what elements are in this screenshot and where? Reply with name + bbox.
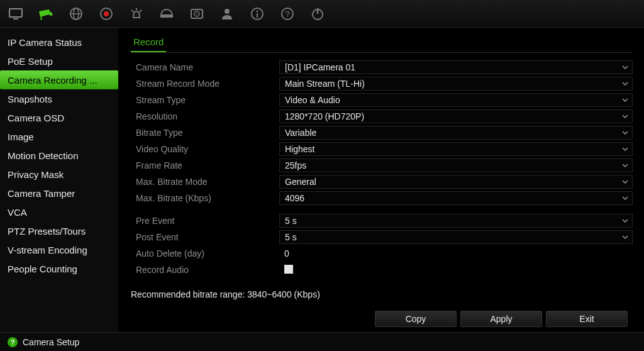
sidebar-item-vstream-encoding[interactable]: V-stream Encoding	[0, 240, 118, 259]
svg-rect-11	[160, 15, 173, 18]
value-frame-rate: 25fps	[285, 160, 306, 170]
label-frame-rate: Frame Rate	[131, 160, 279, 170]
chevron-down-icon	[622, 146, 628, 152]
sidebar-item-people-counting[interactable]: People Counting	[0, 259, 118, 278]
select-post-event[interactable]: 5 s	[279, 230, 633, 244]
tab-record[interactable]: Record	[131, 34, 166, 52]
chevron-down-icon	[622, 195, 628, 201]
value-max-bitrate-mode: General	[285, 177, 316, 187]
select-video-quality[interactable]: Highest	[279, 142, 633, 156]
label-stream-record-mode: Stream Record Mode	[131, 79, 279, 89]
toolbar-dome[interactable]	[155, 3, 179, 25]
sidebar-item-motion-detection[interactable]: Motion Detection	[0, 146, 118, 165]
sidebar-item-vca[interactable]: VCA	[0, 203, 118, 221]
label-record-audio: Record Audio	[131, 265, 279, 275]
record-form: Camera Name [D1] IPCamera 01 Stream Reco…	[131, 59, 633, 278]
label-resolution: Resolution	[131, 111, 279, 121]
info-icon	[249, 6, 265, 21]
toolbar-disc[interactable]	[64, 3, 88, 25]
sidebar-item-camera-tamper[interactable]: Camera Tamper	[0, 184, 118, 203]
alarm-icon	[128, 6, 145, 21]
help-icon: ?	[279, 6, 296, 21]
sidebar-item-snapshots[interactable]: Snapshots	[0, 89, 118, 108]
label-video-quality: Video Quality	[131, 144, 279, 154]
sidebar: IP Camera Status PoE Setup Camera Record…	[0, 28, 118, 332]
value-post-event: 5 s	[285, 232, 297, 242]
monitor-icon	[8, 6, 24, 21]
toolbar-info[interactable]	[245, 3, 269, 25]
record-icon	[98, 6, 114, 21]
select-bitrate-type[interactable]: Variable	[279, 126, 633, 140]
toolbar-power[interactable]	[306, 3, 330, 25]
chevron-down-icon	[622, 179, 628, 185]
toolbar-camera[interactable]	[34, 3, 58, 25]
toolbar-alarm[interactable]	[125, 3, 148, 25]
label-pre-event: Pre Event	[131, 216, 279, 226]
sidebar-item-ptz-presets[interactable]: PTZ Presets/Tours	[0, 221, 118, 240]
label-max-bitrate-mode: Max. Bitrate Mode	[131, 177, 279, 187]
recommended-bitrate-text: Recommended bitrate range: 3840~6400 (Kb…	[131, 289, 633, 299]
sidebar-item-privacy-mask[interactable]: Privacy Mask	[0, 165, 118, 184]
select-max-bitrate-kbps[interactable]: 4096	[279, 191, 633, 205]
content-panel: Record Camera Name [D1] IPCamera 01 Stre…	[118, 28, 644, 332]
svg-text:?: ?	[285, 9, 289, 19]
svg-rect-0	[9, 9, 22, 17]
hdd-icon	[189, 6, 205, 21]
label-auto-delete: Auto Delete (day)	[131, 248, 279, 259]
camera-icon	[38, 6, 54, 21]
tab-bar: Record	[131, 34, 633, 53]
toolbar-user[interactable]	[215, 3, 239, 25]
label-bitrate-type: Bitrate Type	[131, 128, 279, 138]
chevron-down-icon	[622, 162, 628, 169]
label-max-bitrate-kbps: Max. Bitrate (Kbps)	[131, 193, 279, 203]
svg-point-15	[225, 9, 230, 14]
svg-point-14	[196, 13, 197, 14]
power-icon	[309, 6, 326, 21]
svg-rect-1	[13, 18, 18, 20]
select-stream-record-mode[interactable]: Main Stream (TL-Hi)	[279, 77, 633, 91]
select-camera-name[interactable]: [D1] IPCamera 01	[279, 60, 633, 74]
value-max-bitrate-kbps: 4096	[285, 193, 304, 203]
value-auto-delete[interactable]: 0	[279, 248, 633, 259]
copy-button[interactable]: Copy	[375, 311, 457, 327]
toolbar-help[interactable]: ?	[275, 3, 299, 25]
checkbox-record-audio[interactable]	[284, 265, 293, 274]
value-resolution: 1280*720 (HD720P)	[285, 111, 364, 121]
svg-line-9	[140, 10, 142, 12]
select-pre-event[interactable]: 5 s	[279, 214, 633, 228]
label-stream-type: Stream Type	[131, 95, 279, 105]
svg-rect-2	[40, 16, 42, 20]
value-stream-record-mode: Main Stream (TL-Hi)	[285, 79, 365, 89]
svg-point-17	[257, 10, 258, 12]
select-resolution[interactable]: 1280*720 (HD720P)	[279, 109, 633, 123]
select-max-bitrate-mode[interactable]: General	[279, 175, 633, 189]
top-toolbar: ?	[0, 0, 644, 28]
select-frame-rate[interactable]: 25fps	[279, 159, 633, 172]
sidebar-item-ip-camera-status[interactable]: IP Camera Status	[0, 33, 118, 52]
dome-icon	[158, 6, 175, 21]
button-bar: Copy Apply Exit	[375, 311, 628, 327]
svg-line-8	[131, 10, 133, 12]
toolbar-monitor[interactable]	[4, 3, 28, 25]
value-stream-type: Video & Audio	[285, 95, 340, 105]
exit-button[interactable]: Exit	[546, 311, 628, 327]
sidebar-item-image[interactable]: Image	[0, 127, 118, 146]
user-icon	[219, 6, 235, 21]
toolbar-record[interactable]	[94, 3, 118, 25]
apply-button[interactable]: Apply	[460, 311, 542, 327]
chevron-down-icon	[622, 130, 628, 136]
network-icon	[68, 6, 84, 21]
sidebar-item-camera-osd[interactable]: Camera OSD	[0, 108, 118, 127]
chevron-down-icon	[622, 218, 628, 224]
toolbar-hdd[interactable]	[185, 3, 209, 25]
value-bitrate-type: Variable	[285, 128, 316, 138]
chevron-down-icon	[622, 81, 628, 87]
label-post-event: Post Event	[131, 232, 279, 242]
svg-rect-18	[257, 13, 258, 18]
value-video-quality: Highest	[285, 144, 314, 154]
help-status-icon[interactable]: ?	[8, 337, 18, 347]
status-bar-label: Camera Setup	[23, 337, 79, 347]
sidebar-item-poe-setup[interactable]: PoE Setup	[0, 52, 118, 70]
sidebar-item-camera-recording[interactable]: Camera Recording ...	[0, 70, 118, 89]
select-stream-type[interactable]: Video & Audio	[279, 93, 633, 107]
